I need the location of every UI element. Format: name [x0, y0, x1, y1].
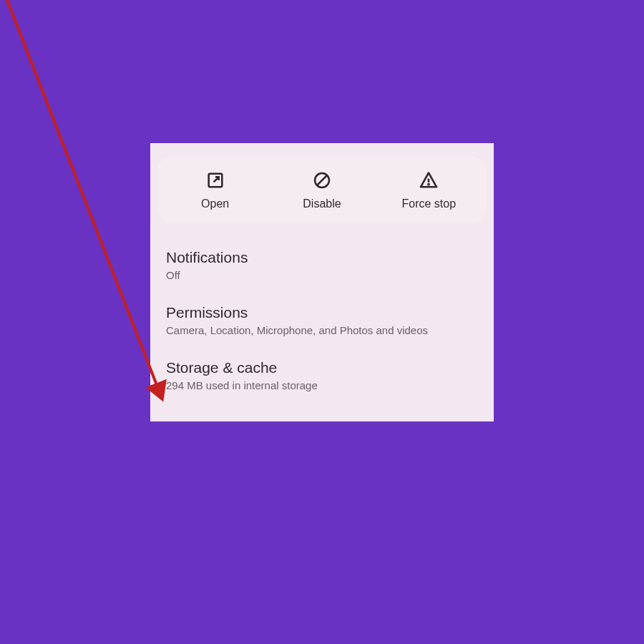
open-label: Open	[201, 197, 229, 210]
svg-line-2	[317, 175, 327, 185]
settings-list: Notifications Off Permissions Camera, Lo…	[150, 233, 494, 421]
force-stop-button[interactable]: Force stop	[376, 170, 482, 210]
svg-line-5	[4, 0, 162, 398]
force-stop-label: Force stop	[402, 197, 457, 210]
setting-title: Permissions	[166, 304, 478, 321]
setting-sub: Camera, Location, Microphone, and Photos…	[166, 324, 478, 336]
open-button[interactable]: Open	[162, 170, 268, 210]
app-info-panel: Open Disable Force stop	[150, 143, 494, 421]
svg-point-4	[429, 184, 429, 185]
setting-storage-cache[interactable]: Storage & cache 294 MB used in internal …	[150, 349, 494, 404]
setting-title: Notifications	[166, 249, 478, 266]
open-icon	[205, 170, 225, 193]
setting-sub: Off	[166, 269, 478, 281]
disable-button[interactable]: Disable	[268, 170, 375, 210]
disable-icon	[312, 170, 332, 193]
warning-triangle-icon	[419, 170, 439, 193]
disable-label: Disable	[303, 197, 341, 210]
setting-title: Storage & cache	[166, 359, 478, 376]
setting-sub: 294 MB used in internal storage	[166, 379, 478, 391]
action-row: Open Disable Force stop	[157, 156, 487, 223]
setting-permissions[interactable]: Permissions Camera, Location, Microphone…	[150, 294, 494, 349]
setting-notifications[interactable]: Notifications Off	[150, 239, 494, 294]
